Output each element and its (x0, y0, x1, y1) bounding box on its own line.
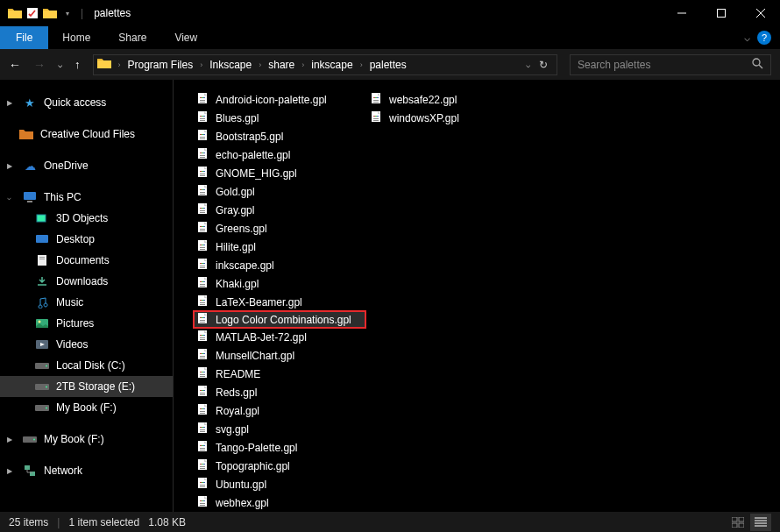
svg-rect-13 (39, 259, 45, 259)
file-item[interactable]: echo-palette.gpl (193, 145, 366, 164)
file-item[interactable]: Khaki.gpl (193, 274, 366, 293)
sidebar-pc-child[interactable]: 3D Objects (0, 208, 173, 229)
svg-rect-91 (200, 281, 202, 282)
svg-rect-10 (36, 235, 48, 243)
properties-icon[interactable] (25, 5, 40, 21)
chevron-down-icon[interactable]: ⌵ (7, 194, 16, 202)
sidebar-pc-child[interactable]: Desktop (0, 229, 173, 250)
close-button[interactable] (741, 0, 780, 26)
sidebar-pc-child[interactable]: Pictures (0, 313, 173, 334)
svg-rect-86 (202, 263, 203, 264)
sidebar-pc-child[interactable]: Music (0, 292, 173, 313)
file-item[interactable]: Ubuntu.gpl (193, 475, 366, 493)
chevron-right-icon[interactable]: › (257, 60, 263, 69)
file-item[interactable]: Reds.gpl (193, 383, 366, 401)
file-name: Blues.gpl (216, 112, 259, 124)
ribbon-expand-icon[interactable]: ⌵ (744, 32, 750, 44)
chevron-right-icon[interactable]: ▶ (7, 162, 16, 170)
sidebar-onedrive[interactable]: ▶ ☁ OneDrive (0, 155, 173, 176)
up-button[interactable]: ↑ (74, 58, 81, 71)
menu-share[interactable]: Share (104, 26, 160, 49)
sidebar-my-book[interactable]: ▶ My Book (F:) (0, 429, 173, 450)
sidebar-pc-child[interactable]: Local Disk (C:) (0, 355, 173, 376)
menu-file[interactable]: File (0, 26, 48, 49)
back-button[interactable]: ← (9, 58, 21, 72)
menu-home[interactable]: Home (48, 26, 104, 49)
sidebar-quick-access[interactable]: ▶ ★ Quick access (0, 92, 173, 113)
file-item[interactable]: Topographic.gpl (193, 457, 366, 475)
file-item[interactable]: Android-icon-palette.gpl (193, 90, 366, 109)
sidebar-pc-child[interactable]: Documents (0, 250, 173, 271)
chevron-right-icon[interactable]: › (300, 60, 306, 69)
svg-rect-102 (200, 322, 205, 323)
minimize-button[interactable] (662, 0, 701, 26)
file-item[interactable]: Bootstrap5.gpl (193, 127, 366, 145)
help-icon[interactable]: ? (757, 31, 771, 45)
file-item[interactable]: Tango-Palette.gpl (193, 438, 366, 457)
file-name: Reds.gpl (216, 387, 257, 399)
recent-dropdown-icon[interactable]: ⌵ (58, 60, 62, 69)
qat-dropdown-icon[interactable]: ▾ (60, 5, 75, 21)
sidebar-item-label: My Book (F:) (44, 433, 104, 445)
svg-rect-109 (200, 335, 202, 336)
view-details-button[interactable] (750, 514, 771, 531)
file-item[interactable]: Blues.gpl (193, 109, 366, 127)
file-item[interactable]: windowsXP.gpl (366, 109, 524, 127)
sidebar-pc-child[interactable]: My Book (F:) (0, 397, 173, 418)
file-item[interactable]: webhex.gpl (193, 493, 366, 512)
menu-view[interactable]: View (160, 26, 211, 49)
view-thumbnails-button[interactable] (727, 514, 748, 531)
file-item[interactable]: MunsellChart.gpl (193, 346, 366, 365)
chevron-right-icon[interactable]: › (198, 60, 204, 69)
history-dropdown-icon[interactable]: ⌵ (526, 60, 530, 69)
search-icon[interactable] (752, 58, 763, 72)
sidebar-pc-child[interactable]: Videos (0, 334, 173, 355)
file-item[interactable]: GNOME_HIG.gpl (193, 164, 366, 182)
file-item[interactable]: MATLAB-Jet-72.gpl (193, 328, 366, 346)
file-item[interactable]: Gold.gpl (193, 182, 366, 201)
file-item[interactable]: Hilite.gpl (193, 238, 366, 256)
breadcrumb-segment[interactable]: palettes (366, 59, 410, 71)
chevron-right-icon[interactable]: ▶ (7, 467, 16, 475)
svg-rect-122 (202, 372, 203, 372)
breadcrumb-segment[interactable]: inkscape (308, 59, 356, 71)
file-item[interactable]: README (193, 365, 366, 383)
maximize-button[interactable] (701, 0, 741, 26)
svg-rect-176 (375, 116, 377, 117)
file-item[interactable]: Logo Color Combinations.gpl (193, 310, 366, 329)
sidebar-item-label: Network (44, 465, 82, 477)
svg-rect-170 (375, 97, 377, 98)
breadcrumb-segment[interactable]: share (265, 59, 298, 71)
sidebar-pc-child[interactable]: Downloads (0, 271, 173, 292)
refresh-icon[interactable]: ↻ (539, 59, 548, 71)
file-item[interactable]: Gray.gpl (193, 201, 366, 219)
chevron-right-icon[interactable]: › (358, 60, 365, 69)
svg-rect-90 (200, 286, 205, 287)
search-input[interactable]: Search palettes (570, 54, 771, 75)
sidebar-pc-child[interactable]: 2TB Storage (E:) (0, 376, 173, 397)
svg-rect-55 (200, 171, 202, 172)
svg-rect-99 (203, 300, 205, 301)
sidebar-creative-cloud[interactable]: Creative Cloud Files (0, 124, 173, 145)
svg-rect-126 (200, 394, 205, 395)
file-item[interactable]: svg.gpl (193, 420, 366, 438)
folder-icon (7, 5, 23, 21)
sidebar-this-pc[interactable]: ⌵ This PC (0, 187, 173, 208)
file-item[interactable]: websafe22.gpl (366, 90, 524, 109)
chevron-right-icon[interactable]: › (117, 60, 123, 69)
file-item[interactable]: LaTeX-Beamer.gpl (193, 293, 366, 311)
chevron-right-icon[interactable]: ▶ (7, 99, 16, 107)
sidebar-item-label: Local Disk (C:) (56, 359, 125, 372)
sidebar-network[interactable]: ▶ Network (0, 460, 173, 481)
navigation-pane: ▶ ★ Quick access Creative Cloud Files ▶ … (0, 80, 174, 512)
svg-rect-178 (732, 517, 737, 521)
file-item[interactable]: inkscape.gpl (193, 256, 366, 274)
forward-button[interactable]: → (33, 58, 46, 72)
breadcrumb-segment[interactable]: Program Files (124, 59, 197, 71)
file-item[interactable]: Greens.gpl (193, 219, 366, 238)
address-bar[interactable]: › Program Files › Inkscape › share › ink… (93, 54, 558, 75)
file-name: Logo Color Combinations.gpl (216, 314, 351, 326)
chevron-right-icon[interactable]: ▶ (7, 436, 16, 443)
file-item[interactable]: Royal.gpl (193, 401, 366, 420)
breadcrumb-segment[interactable]: Inkscape (206, 59, 255, 71)
